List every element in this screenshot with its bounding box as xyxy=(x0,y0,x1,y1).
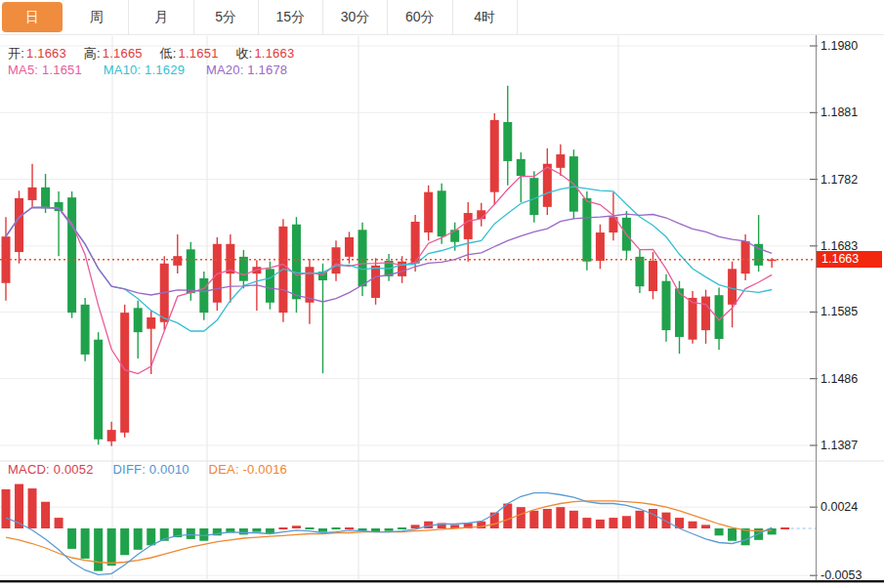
macd-bar xyxy=(596,520,605,528)
price-tick-label: 1.1585 xyxy=(821,305,858,318)
candle-body xyxy=(358,230,367,286)
candle-body xyxy=(94,340,103,440)
candle-body xyxy=(147,317,155,329)
candle-body xyxy=(134,308,143,332)
candle-body xyxy=(517,159,526,176)
diff-value: DIFF: 0.0010 xyxy=(112,462,189,477)
tab-60min[interactable]: 60分 xyxy=(388,0,452,34)
candle-body xyxy=(107,430,116,441)
candle-body xyxy=(529,178,538,215)
ma-readout: MA5: 1.1651 MA10: 1.1629 MA20: 1.1678 xyxy=(8,63,287,77)
candle-body xyxy=(424,192,433,232)
candle-body xyxy=(438,190,446,236)
macd-bar xyxy=(728,528,737,541)
macd-bar xyxy=(780,527,789,529)
macd-bar xyxy=(398,527,406,529)
candle-body xyxy=(464,213,473,239)
macd-bar xyxy=(689,522,697,528)
macd-bar xyxy=(239,528,248,534)
macd-bar xyxy=(635,511,644,528)
candle-body xyxy=(41,188,50,208)
tab-day[interactable]: 日 xyxy=(2,2,63,32)
high-value: 1.1665 xyxy=(103,46,143,61)
ma5-readout: MA5: 1.1651 xyxy=(8,63,82,77)
macd-bar xyxy=(107,528,116,566)
macd-bar xyxy=(252,528,261,532)
macd-tick-label: -0.0053 xyxy=(821,568,862,582)
candle-body xyxy=(266,269,274,302)
candle-body xyxy=(239,257,248,281)
macd-bar xyxy=(134,528,143,550)
low-label: 低: xyxy=(160,46,177,61)
candle-body xyxy=(741,241,750,273)
forex-daily-chart-app: 日 周 月 5分 15分 30分 60分 4时 开:1.1663 高:1.166… xyxy=(0,0,884,588)
candlestick-chart-canvas[interactable] xyxy=(0,0,884,588)
candle-body xyxy=(371,266,380,298)
last-price-badge: 1.1663 xyxy=(817,251,882,268)
price-tick-label: 1.1980 xyxy=(821,39,858,53)
macd-bar xyxy=(543,509,552,528)
candle-body xyxy=(345,237,354,257)
candle-body xyxy=(81,305,90,355)
close-value: 1.1663 xyxy=(254,46,294,61)
macd-bar xyxy=(385,528,394,531)
macd-bar xyxy=(292,525,301,528)
macd-bar xyxy=(305,527,314,529)
macd-tick-label: 0.0024 xyxy=(821,500,858,514)
macd-bar xyxy=(28,488,37,528)
candle-body xyxy=(55,202,63,211)
macd-bar xyxy=(662,513,671,528)
candle-body xyxy=(332,247,341,273)
candle-body xyxy=(701,297,710,330)
price-tick-label: 1.1387 xyxy=(821,439,858,452)
tab-30min[interactable]: 30分 xyxy=(323,0,388,34)
macd-bar xyxy=(318,528,327,532)
macd-bar xyxy=(569,511,578,528)
close-label: 收: xyxy=(235,46,252,61)
macd-bar xyxy=(278,527,287,529)
candle-body xyxy=(292,225,301,300)
candle-body xyxy=(67,197,76,313)
macd-bar xyxy=(41,502,50,528)
candle-body xyxy=(556,154,565,168)
open-label: 开: xyxy=(8,46,24,61)
macd-bar xyxy=(120,528,129,555)
candle-body xyxy=(28,188,37,200)
candle-body xyxy=(15,198,23,252)
tab-4hour[interactable]: 4时 xyxy=(453,0,518,34)
candle-body xyxy=(728,269,737,305)
candle-body xyxy=(689,298,697,340)
ma10-readout: MA10: 1.1629 xyxy=(104,63,185,77)
candle-body xyxy=(187,249,195,293)
timeframe-tabbar: 日 周 月 5分 15分 30分 60分 4时 xyxy=(0,0,884,35)
tab-15min[interactable]: 15分 xyxy=(259,0,323,34)
tab-5min[interactable]: 5分 xyxy=(194,0,259,34)
candle-body xyxy=(503,122,512,161)
candle-body xyxy=(543,164,552,207)
macd-bar xyxy=(187,528,195,539)
candle-body xyxy=(490,120,499,192)
macd-bar xyxy=(2,489,11,528)
bottom-border-bar xyxy=(0,580,884,582)
macd-readout: MACD: 0.0052 DIFF: 0.0010 DEA: -0.0016 xyxy=(8,462,287,477)
candle-body xyxy=(649,261,657,291)
candle-body xyxy=(596,232,605,261)
candle-body xyxy=(199,278,208,313)
tab-week[interactable]: 周 xyxy=(64,0,129,34)
macd-bar xyxy=(81,528,90,559)
price-tick-label: 1.1881 xyxy=(821,105,858,119)
macd-bar xyxy=(147,528,155,545)
ma20-readout: MA20: 1.1678 xyxy=(206,63,287,77)
candle-body xyxy=(662,281,671,330)
macd-bar xyxy=(715,528,724,535)
macd-bar xyxy=(529,511,538,528)
macd-bar xyxy=(622,516,631,528)
low-value: 1.1651 xyxy=(179,46,219,61)
macd-bar xyxy=(503,504,512,528)
tab-month[interactable]: 月 xyxy=(129,0,193,34)
macd-bar xyxy=(94,528,103,571)
high-label: 高: xyxy=(84,46,101,61)
macd-bar xyxy=(582,518,591,528)
macd-bar xyxy=(332,527,341,529)
candle-body xyxy=(582,198,591,262)
